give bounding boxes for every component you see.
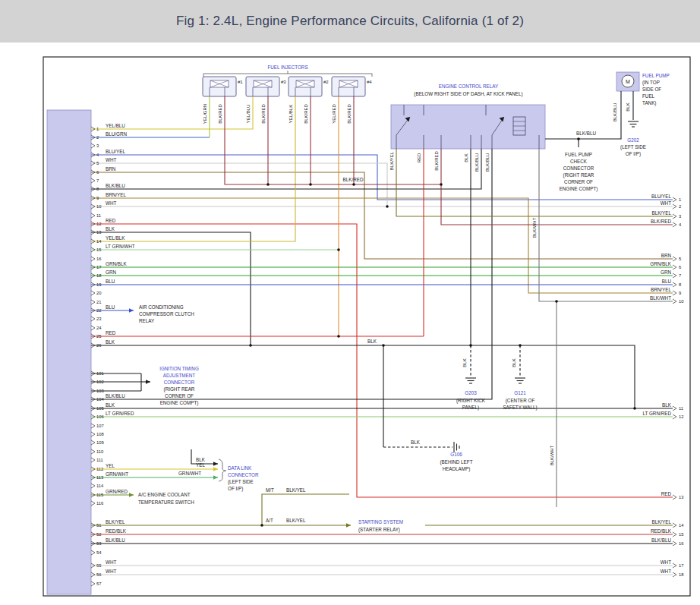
wire-color-label: RED [417,153,421,162]
pin-number: 115 [96,493,103,497]
pin-wire-color: BRN [661,253,672,258]
component-label: ADJUSTMENT [163,373,195,378]
pin-number: 13 [96,230,101,235]
pin-number: 24 [96,326,102,330]
pin-wire-color: BLK/BLU [651,537,671,543]
pin-wire-color: BLK/BLU [106,537,125,543]
pin-number: 104 [96,397,104,402]
pin-wire-color: GRN [106,269,116,275]
component-label: (LEFT SIDE [620,144,646,150]
pin-number: 114 [96,484,104,488]
pin-number: 2 [96,135,99,140]
wire-color-label: BLK/BLU [576,131,596,136]
injector-number: #1 [238,80,243,84]
pin-wire-color: GRN/WHT [106,471,128,477]
component-label: COMPRESSOR CLUTCH [139,311,194,317]
component-label: TANK) [642,100,656,106]
pin-wire-color: RED [106,330,116,336]
pin-number: 7 [679,273,681,278]
component-label: FUEL [642,93,655,99]
wire-color-label: BLK/RED [347,104,352,124]
pin-number: 116 [96,501,103,506]
pin-number: 10 [679,299,683,304]
pin-wire-color: RED [106,218,116,223]
pin-number: 20 [96,291,101,295]
pin-number: 54 [96,550,102,555]
wire-color-label: BLK [462,358,467,367]
junction-dot [309,183,312,186]
pin-wire-color: WHT [661,559,671,565]
component-label: CHECK [570,159,588,164]
pin-number: 12 [679,414,683,419]
pin-wire-color: YEL [106,463,115,468]
pin-number: 18 [679,572,683,577]
pin-wire-color: BLU/YEL [651,194,671,199]
pin-number: 15 [679,532,683,537]
pin-wire-color: GRN/BLK [650,261,671,266]
pin-number: 1 [679,197,681,202]
wire-color-label: YEL/BLK [289,105,293,123]
wire-color-label: BLK/RED [261,104,266,124]
pin-wire-color: BRN/YEL [106,192,126,197]
pin-number: 13 [679,495,683,499]
wire-color-label: A/T [266,518,273,523]
pin-number: 110 [96,449,103,454]
component-label: PANEL) [462,405,479,411]
component-label: G202 [627,137,639,143]
pin-number: 17 [96,265,101,269]
component-label: SAFETY WALL) [503,405,537,411]
component-label: ENGINE COMPT) [160,400,199,406]
pin-number: 53 [96,541,101,546]
wire-color-label: BLK/RED [218,104,222,124]
pin-number: 23 [96,317,101,321]
component-label: (BELOW RIGHT SIDE OF DASH, AT KICK PANEL… [414,91,522,97]
component-label: (RIGHT REAR [563,172,594,178]
pin-number: 108 [96,432,104,436]
wire-color-label: BLK/BLU [475,153,479,172]
junction-dot [337,335,340,338]
component-label: (BEHIND LEFT [440,459,472,465]
component-label: (RIGHT REAR [164,386,195,392]
pin-wire-color: BLU [106,279,115,284]
pin-number: 3 [679,214,681,219]
pin-number: 113 [96,475,103,480]
wire-color-label: BLK/YEL [286,487,306,493]
junction-dot [260,524,263,527]
component-label: G121 [514,390,526,395]
component-label: AIR CONDITIONING [139,304,184,310]
pin-number: 11 [679,406,683,411]
pin-wire-color: BLK/WHT [650,295,671,301]
wire-color-label: YEL/RED [332,104,336,124]
component-label: A/C ENGINE COOLANT [138,492,191,497]
injector-number: #3 [281,80,286,84]
component-label: (CENTER OF [506,398,535,404]
pin-number: 22 [96,308,101,313]
pin-wire-color: BLU [106,304,115,310]
junction-dot [337,248,340,251]
pin-wire-color: BLU [662,279,672,284]
pin-number: 112 [96,467,103,471]
junction-dot [352,183,355,186]
component-label: (STARTER RELAY) [358,527,400,533]
junction-dot [266,183,270,186]
pin-wire-color: GRN/RED [106,489,128,494]
component-label: STARTING SYSTEM [358,519,403,525]
pin-wire-color: YEL/BLK [106,235,125,241]
wire-color-label: BLK/WHT [550,445,554,465]
junction-dot [577,137,580,140]
pin-wire-color: LT GRN/WHT [106,244,135,249]
pin-number: 8 [96,187,99,191]
wire-color-label: YEL/GRN [203,104,207,124]
wire-color-label: BLK [367,339,377,344]
pin-wire-color: BLU/GRN [106,131,127,137]
pin-number: 102 [96,380,104,384]
pin-number: 103 [96,389,104,393]
pin-wire-color: BLK/YEL [106,519,125,525]
pin-number: 57 [96,581,101,586]
component-label: CONNECTOR [563,165,594,171]
junction-dot [440,183,443,186]
pin-wire-color: BRN/YEL [651,287,671,292]
pin-wire-color: WHT [661,200,671,206]
pin-number: 106 [96,414,104,419]
pin-number: 25 [96,334,101,339]
